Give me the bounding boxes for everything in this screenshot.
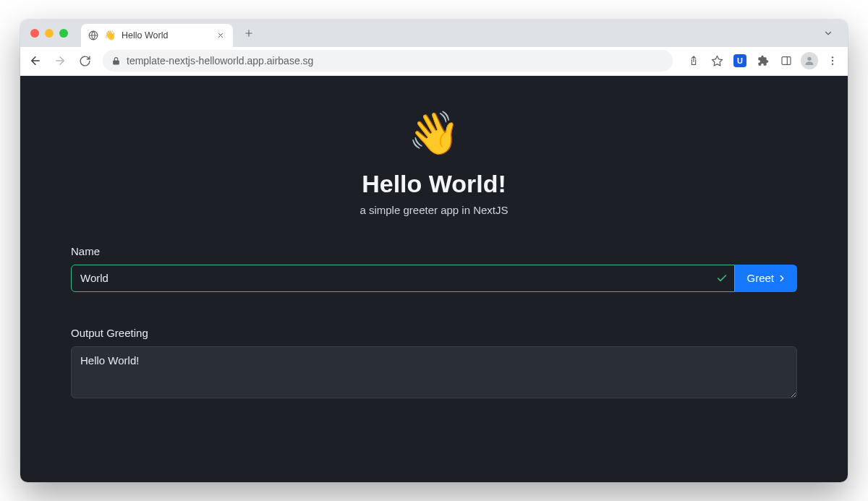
active-tab[interactable]: 👋 Hello World [81, 24, 233, 47]
back-button[interactable] [25, 50, 46, 72]
wave-icon: 👋 [71, 112, 797, 154]
tab-overflow-button[interactable] [819, 25, 838, 41]
url-text: template-nextjs-helloworld.app.airbase.s… [127, 55, 664, 67]
output-greeting-textarea[interactable] [71, 346, 797, 398]
window-close-button[interactable] [30, 29, 39, 38]
svg-point-3 [832, 56, 833, 58]
page-content: 👋 Hello World! a simple greeter app in N… [20, 76, 848, 482]
page-subtitle: a simple greeter app in NextJS [71, 204, 797, 216]
greet-button[interactable]: Greet [735, 265, 797, 292]
side-panel-icon[interactable] [775, 50, 797, 72]
traffic-lights [30, 29, 68, 38]
toolbar: template-nextjs-helloworld.app.airbase.s… [20, 47, 848, 76]
svg-point-2 [807, 57, 811, 61]
extensions-icon[interactable] [752, 50, 774, 72]
output-label: Output Greeting [71, 327, 797, 339]
toolbar-right-icons: U [683, 50, 843, 72]
svg-rect-1 [782, 57, 791, 65]
name-input-row: Greet [71, 265, 797, 292]
forward-button[interactable] [49, 50, 71, 72]
hero: 👋 Hello World! a simple greeter app in N… [71, 112, 797, 216]
window-zoom-button[interactable] [59, 29, 68, 38]
greet-button-label: Greet [746, 272, 774, 284]
tab-title: Hello World [122, 30, 210, 40]
share-icon[interactable] [683, 50, 705, 72]
page-title: Hello World! [71, 170, 797, 198]
globe-icon [88, 30, 98, 40]
tabstrip: 👋 Hello World [20, 20, 848, 47]
check-icon [716, 273, 728, 284]
passwords-extension-icon[interactable]: U [729, 50, 751, 72]
tab-favicon: 👋 [104, 30, 116, 40]
kebab-menu-icon[interactable] [822, 50, 843, 72]
svg-point-4 [832, 60, 833, 61]
window-minimize-button[interactable] [45, 29, 54, 38]
profile-avatar[interactable] [799, 50, 820, 72]
close-tab-icon[interactable] [216, 30, 226, 40]
bookmark-star-icon[interactable] [706, 50, 728, 72]
lock-icon [111, 56, 121, 66]
address-bar[interactable]: template-nextjs-helloworld.app.airbase.s… [103, 50, 673, 72]
name-label: Name [71, 245, 797, 257]
new-tab-button[interactable] [239, 23, 259, 43]
chevron-right-icon [777, 273, 787, 283]
browser-window: 👋 Hello World template-nextjs-hellow [20, 20, 848, 482]
reload-button[interactable] [74, 50, 95, 72]
name-input[interactable] [71, 265, 735, 292]
svg-point-5 [832, 63, 833, 64]
